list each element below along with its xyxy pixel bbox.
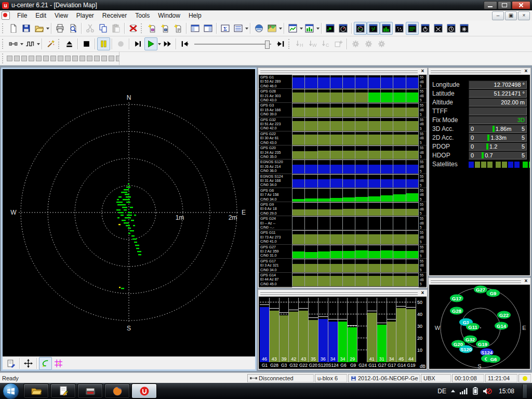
close-icon[interactable]: × [419, 68, 426, 74]
language-indicator[interactable]: DE [437, 388, 446, 395]
mdi-restore-button[interactable]: ▣ [505, 11, 517, 20]
maximize-button[interactable] [498, 1, 511, 9]
menu-player[interactable]: Player [72, 11, 98, 20]
map-color-button[interactable] [265, 22, 278, 35]
playback-position-slider[interactable] [194, 39, 271, 49]
toggle-sky-button[interactable] [354, 22, 367, 35]
delete-button[interactable] [127, 22, 140, 35]
step-button[interactable] [131, 37, 144, 50]
taskbar-explorer-button[interactable] [23, 383, 49, 398]
battery-icon[interactable] [473, 387, 478, 395]
status-protocol[interactable]: UBX [421, 374, 451, 382]
print-preview-button[interactable] [66, 22, 79, 35]
stop-button[interactable] [80, 37, 93, 50]
split-left-button[interactable] [189, 22, 202, 35]
skip-start-button[interactable] [178, 37, 191, 50]
toggle-antenna-button[interactable] [458, 22, 471, 35]
copy-button[interactable] [97, 22, 110, 35]
map-color-dropdown-arrow[interactable] [279, 28, 282, 30]
globe-button[interactable] [252, 22, 265, 35]
toggle-clock-button[interactable] [445, 22, 458, 35]
mdi-minimize-button[interactable]: – [492, 11, 504, 20]
taskbar-firefox-button[interactable] [104, 383, 130, 398]
deviation-map-canvas[interactable]: NSWE1m2m [3, 69, 255, 356]
mdi-document-icon[interactable] [2, 11, 10, 20]
wand-button[interactable] [44, 37, 57, 50]
panel-header[interactable]: × [258, 68, 427, 75]
toolbar-grip[interactable] [58, 39, 61, 49]
status-logfile[interactable]: 2012-01-06-NEO6P-Ge [348, 374, 420, 382]
status-receiver[interactable]: u-blox 6 [315, 374, 347, 382]
menu-help[interactable]: Help [184, 11, 206, 20]
wave-dropdown-arrow[interactable] [37, 43, 40, 45]
menu-window[interactable]: Window [154, 11, 184, 20]
dark-compass-button[interactable] [337, 22, 350, 35]
taskbar-media-app-button[interactable] [77, 383, 103, 398]
toolbar-grip[interactable] [141, 23, 143, 33]
new-sparkle-image-button[interactable] [145, 22, 158, 35]
close-icon[interactable]: × [523, 68, 529, 74]
network-signal-icon[interactable] [460, 388, 468, 394]
open-dropdown-arrow[interactable] [46, 28, 49, 30]
close-icon[interactable]: × [523, 278, 529, 284]
panel-header[interactable]: × [258, 290, 427, 297]
skip-end-button[interactable] [274, 37, 287, 50]
taskbar-editor-button[interactable] [50, 383, 76, 398]
sigma-button[interactable]: Σ [219, 22, 232, 35]
volume-muted-icon[interactable] [483, 388, 492, 395]
panel-header[interactable]: × [429, 68, 530, 75]
new-file-button[interactable] [7, 22, 20, 35]
toggle-msgs-button[interactable] [406, 22, 419, 35]
pan-button[interactable] [22, 357, 35, 370]
menu-tools[interactable]: Tools [131, 11, 154, 20]
ffwd-button[interactable] [161, 37, 174, 50]
page-edit-button[interactable] [5, 357, 18, 370]
toggle-const-button[interactable] [393, 22, 406, 35]
toggle-hist-button[interactable] [380, 22, 393, 35]
menu-view[interactable]: View [50, 11, 72, 20]
menu-file[interactable]: File [13, 11, 31, 20]
new-sparkle-date-button[interactable] [158, 22, 171, 35]
track-button[interactable] [39, 357, 52, 370]
toggle-xplot-button[interactable] [432, 22, 445, 35]
grid-button[interactable] [52, 357, 65, 370]
toolbar-grip[interactable] [2, 39, 5, 49]
split-right-button[interactable] [202, 22, 215, 35]
mdi-close-button[interactable]: × [518, 11, 530, 20]
save-button[interactable] [20, 22, 33, 35]
bar-chart-dropdown-arrow[interactable] [316, 28, 320, 30]
print-button[interactable] [54, 22, 66, 35]
signal-segment [393, 146, 406, 159]
eject-button[interactable] [63, 37, 76, 50]
toolbar-grip[interactable] [2, 54, 5, 63]
clock[interactable]: 15:08 [499, 388, 514, 395]
start-button[interactable] [3, 383, 19, 399]
slider-handle[interactable] [265, 41, 270, 49]
toolbar-grip[interactable] [288, 39, 291, 49]
close-button[interactable] [512, 1, 530, 9]
close-icon[interactable]: × [419, 290, 426, 296]
dark-map-button[interactable] [324, 22, 337, 35]
bar-chart-button[interactable] [303, 22, 316, 35]
toolbar-grip[interactable] [2, 23, 5, 33]
status-connection[interactable]: Disconnected [247, 374, 314, 382]
menu-receiver[interactable]: Receiver [98, 11, 131, 20]
line-chart-button[interactable] [286, 22, 299, 35]
sky-view-plot[interactable]: WESG27G9G17G28G22G1G11G14G32G20G19S120S1… [429, 285, 530, 369]
taskbar-u-center-button[interactable] [131, 383, 157, 398]
toggle-dev-button[interactable] [367, 22, 380, 35]
tray-expand-icon[interactable] [451, 390, 455, 392]
msg-list-button[interactable] [232, 22, 245, 35]
play-button[interactable] [144, 37, 157, 50]
msg-list-dropdown-arrow[interactable] [245, 28, 248, 30]
panel-header[interactable]: × [429, 278, 530, 285]
minimize-button[interactable] [484, 1, 497, 9]
pause-button[interactable] [97, 37, 110, 50]
menu-edit[interactable]: Edit [31, 11, 50, 20]
show-desktop-button[interactable] [522, 384, 527, 398]
connect-button[interactable] [7, 37, 20, 50]
toggle-power-button[interactable] [419, 22, 432, 35]
wave-button[interactable] [23, 37, 36, 50]
open-button[interactable] [33, 22, 46, 35]
new-sparkle-text-button[interactable] [171, 22, 184, 35]
